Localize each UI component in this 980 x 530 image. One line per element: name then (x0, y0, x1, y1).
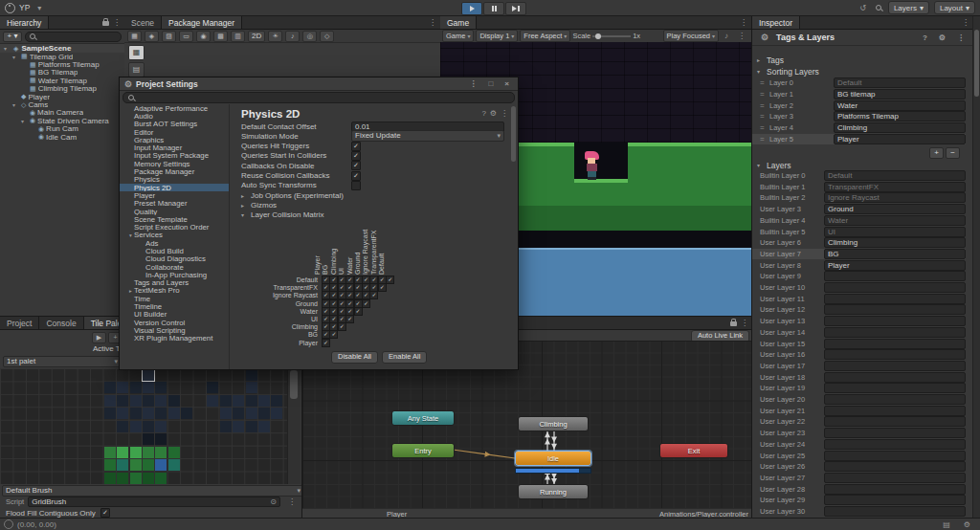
settings-nav-item[interactable]: Version Control (120, 319, 229, 326)
hierarchy-search-input[interactable] (25, 32, 122, 42)
palette-scrollbar[interactable] (287, 368, 301, 484)
tile[interactable] (143, 447, 154, 458)
tile[interactable] (130, 473, 142, 484)
game-mode-dropdown[interactable]: Game▾ (442, 30, 474, 42)
drag-handle-icon[interactable]: = (760, 135, 767, 144)
fill-icon[interactable]: ▥ (231, 31, 245, 42)
tags-foldout[interactable]: ▸ Tags (752, 55, 973, 65)
tab-scene[interactable]: Scene (124, 16, 162, 29)
layer-row-value-field[interactable] (824, 383, 966, 393)
tile[interactable] (181, 408, 192, 419)
state-idle[interactable]: Idle (515, 451, 591, 466)
settings-nav-item[interactable]: Preset Manager (120, 200, 229, 208)
tile[interactable] (143, 395, 154, 407)
tile[interactable] (130, 382, 142, 393)
settings-nav-item[interactable]: Memory Settings (120, 160, 229, 167)
palette-dropdown[interactable]: 1st palet▾ (3, 356, 122, 367)
object-picker-icon[interactable]: ⊙ (270, 497, 277, 506)
audio-icon[interactable]: ♪ (285, 31, 300, 42)
chevron-icon[interactable]: ▾ (241, 211, 248, 218)
play-tool-icon[interactable]: ▶ (92, 332, 106, 343)
foldout-icon[interactable]: ▸ (127, 288, 134, 294)
tile[interactable] (155, 459, 167, 471)
layer-row-value-field[interactable] (824, 428, 966, 438)
tile[interactable] (246, 382, 257, 393)
picker-icon[interactable]: ◉ (196, 31, 211, 42)
layer-row-value-field[interactable] (824, 361, 966, 371)
matrix-checkbox[interactable]: ✓ (362, 299, 370, 308)
tile[interactable] (258, 408, 270, 419)
tile[interactable] (168, 459, 180, 471)
drag-handle-icon[interactable]: = (760, 78, 767, 87)
layer-row-value-field[interactable] (824, 461, 966, 472)
settings-nav-item[interactable]: Graphics (120, 136, 229, 144)
kebab-icon[interactable]: ⋮ (953, 33, 969, 42)
settings-nav-item[interactable]: Audio (120, 112, 229, 120)
matrix-checkbox[interactable]: ✓ (378, 283, 387, 292)
tile[interactable] (207, 382, 218, 393)
eraser-icon[interactable]: ▩ (213, 31, 228, 42)
tile[interactable] (130, 408, 142, 419)
tile[interactable] (104, 408, 116, 419)
play-focused-dropdown[interactable]: Play Focused▾ (663, 30, 719, 42)
mute-audio-icon[interactable]: ♪ (721, 32, 732, 40)
hierarchy-item[interactable]: ▦Climbing Tilemap (0, 85, 124, 93)
tile[interactable] (104, 395, 116, 407)
layer-row-value-field[interactable] (824, 394, 966, 405)
setting-dropdown[interactable]: Fixed Update▾ (351, 130, 504, 142)
tile[interactable] (246, 408, 257, 419)
close-icon[interactable]: × (501, 79, 513, 88)
matrix-checkbox[interactable]: ✓ (354, 307, 363, 316)
tile[interactable] (104, 447, 116, 458)
tile[interactable] (258, 395, 270, 407)
tab-game[interactable]: Game (440, 16, 477, 29)
chevron-icon[interactable]: ▸ (241, 202, 248, 209)
layer-row-value-field[interactable] (824, 473, 966, 483)
kebab-icon[interactable]: ⋮ (734, 32, 749, 40)
settings-nav-item[interactable]: Collaborate (120, 263, 229, 271)
create-button[interactable]: + ▾ (3, 32, 22, 42)
kebab-icon[interactable]: ⋮ (737, 317, 752, 329)
play-button[interactable] (461, 2, 482, 15)
settings-nav-item[interactable]: Physics (120, 176, 229, 184)
settings-search-input[interactable] (122, 92, 515, 103)
setting-checkbox[interactable]: ✓ (351, 161, 361, 170)
tile[interactable] (117, 473, 128, 484)
tile[interactable] (220, 421, 232, 432)
layer-row-value-field[interactable] (824, 372, 966, 383)
settings-nav-item[interactable]: Adaptive Performance (120, 104, 229, 112)
settings-nav-item[interactable]: Physics 2D (120, 184, 229, 191)
kebab-icon[interactable]: ⋮ (958, 16, 973, 29)
tile[interactable] (155, 433, 167, 445)
layer-row-value-field[interactable]: Player (824, 260, 966, 271)
tile[interactable] (143, 473, 154, 484)
tile[interactable] (233, 395, 244, 407)
tile[interactable] (155, 395, 167, 407)
maximize-icon[interactable]: □ (484, 79, 497, 88)
drag-handle-icon[interactable]: = (760, 112, 767, 121)
kebab-icon[interactable]: ⋮ (425, 16, 440, 29)
grid-icon[interactable]: ▦ (127, 31, 142, 42)
tile[interactable] (233, 421, 244, 432)
effects-icon[interactable]: ◎ (302, 31, 317, 42)
drag-handle-icon[interactable]: = (760, 123, 767, 132)
setting-foldout-label[interactable]: Gizmos (251, 201, 277, 210)
tile[interactable] (117, 421, 128, 432)
layer-row-value-field[interactable] (824, 282, 966, 293)
layer-row-value-field[interactable] (824, 451, 966, 461)
tile[interactable] (143, 459, 154, 471)
state-entry[interactable]: Entry (391, 443, 455, 458)
tile-palette-grid[interactable] (0, 368, 287, 484)
tile[interactable] (117, 395, 128, 407)
tab-console[interactable]: Console (39, 317, 83, 329)
layer-row-value-field[interactable]: Climbing (824, 237, 966, 248)
light-icon[interactable]: ☀ (268, 31, 282, 42)
tile[interactable] (220, 408, 232, 419)
layer-row-value-field[interactable] (824, 495, 966, 505)
tile[interactable] (143, 382, 154, 393)
step-button[interactable] (505, 2, 526, 15)
brush-dropdown[interactable]: Default Brush▾ (2, 485, 301, 497)
tile[interactable] (168, 447, 180, 458)
foldout-icon[interactable]: ▾ (21, 118, 28, 124)
settings-nav-item[interactable]: In-App Purchasing (120, 271, 229, 278)
